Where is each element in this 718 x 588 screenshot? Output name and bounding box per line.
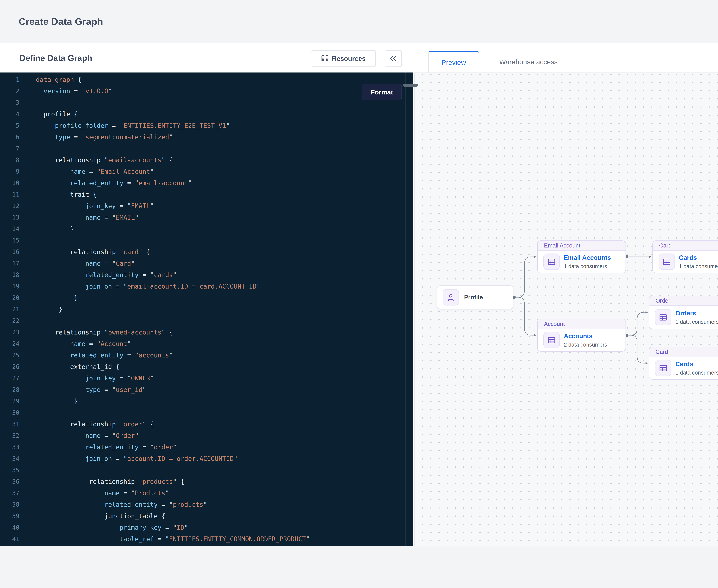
code-line: 21 } (0, 303, 413, 315)
node-consumer-count: 1 data consumers (675, 370, 718, 376)
code-line: 4 profile { (0, 108, 413, 120)
code-line: 28 type = "user_id" (0, 384, 413, 396)
code-line: 15 (0, 235, 413, 246)
open-book-icon (321, 55, 329, 62)
code-line: 41 table_ref = "ENTITIES.ENTITY_COMMON.O… (0, 533, 413, 545)
node-entity-link[interactable]: Email Accounts (564, 254, 611, 261)
node-group-title: Card (653, 241, 718, 251)
node-consumer-count: 1 data consumer (679, 263, 718, 270)
code-line: 34 join_on = "account.ID = order.ACCOUNT… (0, 453, 413, 464)
code-line: 22 (0, 315, 413, 327)
double-chevron-left-icon (390, 55, 397, 62)
code-line: 3 (0, 97, 413, 108)
code-line: 40 primary_key = "ID" (0, 522, 413, 533)
graph-node-card-top[interactable]: Card Cards 1 data consumer (652, 240, 718, 273)
code-line: 18 related_entity = "cards" (0, 269, 413, 281)
code-line: 37 name = "Products" (0, 487, 413, 499)
code-line: 29 } (0, 396, 413, 407)
table-icon (655, 360, 671, 376)
create-data-graph-page: Create Data Graph Cancel Define Data Gra… (0, 0, 718, 588)
code-editor[interactable]: 1data_graph {2 version = "v1.0.0"34 prof… (0, 72, 413, 546)
tab-preview-label: Preview (442, 59, 466, 66)
table-icon (543, 332, 560, 348)
code-line: 19 join_on = "email-account.ID = card.AC… (0, 281, 413, 292)
graph-node-account[interactable]: Account Accounts 2 data consumers (537, 319, 626, 352)
footer-bar: Save (0, 547, 718, 588)
resources-button-label: Resources (332, 55, 366, 62)
panel-toolbar: Define Data Graph Resources (0, 43, 718, 72)
graph-edge-account-order (626, 312, 648, 335)
table-icon (659, 253, 675, 270)
code-line: 16 relationship "card" { (0, 246, 413, 258)
profile-node-label: Profile (464, 294, 483, 301)
code-line: 38 related_entity = "products" (0, 499, 413, 510)
graph-node-order[interactable]: Order Orders 1 data consumers (649, 296, 718, 329)
graph-node-email-account[interactable]: Email Account Email Accounts 1 data cons… (537, 240, 626, 273)
resources-button[interactable]: Resources (311, 50, 376, 67)
graph-edge-profile-account (513, 297, 536, 335)
table-icon (543, 253, 560, 270)
code-line: 9 name = "Email Account" (0, 166, 413, 177)
code-line: 36 relationship "products" { (0, 476, 413, 487)
code-line: 5 profile_folder = "ENTITIES.ENTITY_E2E_… (0, 120, 413, 131)
format-button[interactable]: Format (362, 84, 402, 100)
code-line: 30 (0, 407, 413, 418)
code-line: 10 related_entity = "email-account" (0, 177, 413, 189)
code-line: 2 version = "v1.0.0" (0, 85, 413, 97)
code-line: 33 related_entity = "order" (0, 441, 413, 453)
code-line: 27 join_key = "OWNER" (0, 373, 413, 384)
node-group-title: Order (649, 296, 718, 306)
panel-resize-handle[interactable] (403, 84, 418, 87)
graph-node-profile[interactable]: Profile (437, 286, 513, 309)
code-line: 31 relationship "order" { (0, 418, 413, 430)
graph-node-card-bottom[interactable]: Card Cards 1 data consumers (649, 347, 718, 380)
table-icon (655, 309, 671, 326)
node-entity-link[interactable]: Cards (675, 360, 718, 368)
code-line: 39 junction_table { (0, 510, 413, 522)
node-group-title: Account (538, 319, 625, 329)
code-lines: 1data_graph {2 version = "v1.0.0"34 prof… (0, 74, 413, 545)
node-group-title: Email Account (538, 241, 625, 251)
node-entity-link[interactable]: Cards (679, 254, 718, 261)
graph-canvas[interactable]: Profile Email Account Email Accounts 1 d… (414, 72, 718, 546)
code-line: 7 (0, 143, 413, 154)
graph-edge-profile-email-account (513, 257, 536, 297)
code-line: 6 type = "segment:unmaterialized" (0, 131, 413, 143)
code-line: 12 join_key = "EMAIL" (0, 200, 413, 212)
code-line: 8 relationship "email-accounts" { (0, 154, 413, 166)
code-line: 14 } (0, 223, 413, 235)
node-group-title: Card (649, 347, 718, 357)
code-line: 35 (0, 464, 413, 476)
collapse-panel-button[interactable] (385, 50, 402, 67)
node-entity-link[interactable]: Accounts (564, 333, 607, 340)
graph-edge-account-card-bottom (626, 335, 648, 363)
tab-warehouse-access[interactable]: Warehouse access (487, 51, 570, 73)
code-line: 17 name = "Card" (0, 258, 413, 269)
node-consumer-count: 2 data consumers (564, 342, 607, 348)
editor-scrollbar[interactable] (405, 72, 406, 546)
code-line: 32 name = "Order" (0, 430, 413, 441)
person-icon (443, 289, 459, 306)
node-consumer-count: 1 data consumers (564, 263, 611, 270)
code-line: 24 name = "Account" (0, 338, 413, 350)
page-title: Create Data Graph (19, 0, 103, 43)
tab-preview[interactable]: Preview (428, 51, 479, 73)
node-entity-link[interactable]: Orders (675, 310, 718, 317)
code-line: 13 name = "EMAIL" (0, 212, 413, 223)
code-line: 25 related_entity = "accounts" (0, 350, 413, 361)
code-line: 20 } (0, 292, 413, 303)
tab-warehouse-access-label: Warehouse access (499, 58, 558, 66)
editor-panel-title: Define Data Graph (20, 43, 92, 72)
code-line: 23 relationship "owned-accounts" { (0, 327, 413, 338)
code-line: 1data_graph { (0, 74, 413, 85)
code-line: 26 external_id { (0, 361, 413, 373)
code-line: 11 trait { (0, 189, 413, 200)
app-header: Create Data Graph Cancel (0, 0, 718, 43)
node-consumer-count: 1 data consumers (675, 319, 718, 325)
